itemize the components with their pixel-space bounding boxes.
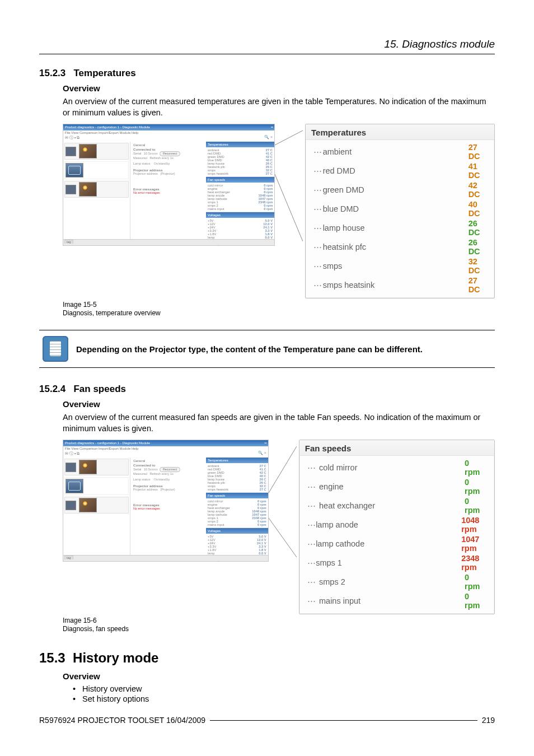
panel-row: ⋯mains input0 rpm <box>299 591 494 610</box>
panel-section-header: Fan speeds <box>206 177 274 183</box>
preview-thumb <box>65 479 83 493</box>
row-label: ambient <box>323 147 469 156</box>
row-label: smps <box>323 262 469 270</box>
window-title: Product diagnostics - configuration 1 - … <box>65 125 150 129</box>
fan-speeds-panel: Fan speeds ⋯cold mirror0 rpm⋯engine0 rpm… <box>299 440 495 614</box>
diagnostics-screenshot: Product diagnostics - configuration 1 - … <box>63 124 275 246</box>
note-text: Depending on the Projector type, the con… <box>76 344 423 354</box>
section-heading-153: 15.3 History mode <box>39 650 495 666</box>
preview-thumb <box>79 460 97 474</box>
panel-row: ⋯smps heatsink27 DC <box>306 276 494 295</box>
status-tag: tag <box>64 240 73 244</box>
overview-heading: Overview <box>63 399 495 409</box>
section-number: 15.2.3 <box>39 68 65 78</box>
toolbar: ✉ ⓘ • ⧉🔍 × <box>63 135 274 142</box>
panel-row: ⋯cold mirror0 rpm <box>299 458 494 477</box>
row-value: 41 DC <box>469 162 484 180</box>
row-value: 0 rpm <box>465 497 484 515</box>
tree-dash-icon: ⋯ <box>307 501 319 510</box>
tree-dash-icon: ⋯ <box>307 577 319 586</box>
page-footer: R5976924 PROJECTOR TOOLSET 16/04/2009 21… <box>39 716 495 725</box>
window-titlebar: Product diagnostics - configuration 1 - … <box>63 124 274 130</box>
svg-line-3 <box>269 518 297 557</box>
panel-row: ⋯lamp cathode1047 rpm <box>299 534 494 553</box>
row-value: 26 DC <box>469 219 484 237</box>
row-label: red DMD <box>323 166 469 175</box>
row-label: lamp cathode <box>316 539 461 548</box>
footer-page-number: 219 <box>482 716 495 725</box>
figure-description: Diagnosis, temperature overview <box>63 309 161 317</box>
tree-dash-icon: ⋯ <box>313 262 323 270</box>
tree-dash-icon: ⋯ <box>307 539 316 548</box>
tree-dash-icon: ⋯ <box>313 204 323 213</box>
tree-dash-icon: ⋯ <box>313 166 323 175</box>
overview-paragraph: An overview of the current measured fan … <box>63 412 495 434</box>
row-value: 0 rpm <box>465 592 484 610</box>
overview-heading: Overview <box>63 83 495 93</box>
panel-title: Temperatures <box>306 124 494 140</box>
figure-caption: Image 15-6 Diagnosis, fan speeds <box>63 617 495 633</box>
mid-panel: General Connected to Serial 10.5xxxxx Re… <box>130 458 206 559</box>
reconnect-button[interactable]: Reconnect <box>160 151 180 156</box>
section-heading-1523: 15.2.3 Temperatures <box>39 68 495 79</box>
window-buttons-icon: ▫▫▫ <box>264 440 266 446</box>
list-item: History overview <box>73 684 495 693</box>
panel-row: ⋯blue DMD40 DC <box>306 199 494 218</box>
status-tag: tag <box>64 556 73 559</box>
window-titlebar: Product diagnostics - configuration 1 - … <box>63 440 268 446</box>
row-label: engine <box>319 482 465 491</box>
panel-row: ⋯smps 20 rpm <box>299 572 494 591</box>
row-value: 27 DC <box>469 143 484 161</box>
row-value: 42 DC <box>469 181 484 199</box>
preview-thumb <box>79 182 97 197</box>
mid-panel: General Connected to Serial 10.5xxxxx Re… <box>130 142 206 244</box>
panel-section-header: Temperatures <box>206 458 268 463</box>
tree-dash-icon: ⋯ <box>307 558 316 567</box>
row-value: 2348 rpm <box>461 554 484 572</box>
left-panel <box>63 458 130 559</box>
row-label: smps 1 <box>316 558 461 567</box>
preview-thumb <box>79 144 97 158</box>
figure-number: Image 15-5 <box>63 301 97 309</box>
svg-line-2 <box>269 446 297 493</box>
footer-rule <box>210 720 477 721</box>
figure-number: Image 15-6 <box>63 617 97 624</box>
tree-dash-icon: ⋯ <box>313 281 323 290</box>
mini-row: mains input0 rpm <box>208 207 273 211</box>
toolbar: ✉ ⓘ • ⧉🔍 × <box>63 451 268 458</box>
row-label: cold mirror <box>319 463 465 472</box>
panel-row: ⋯smps 12348 rpm <box>299 553 494 572</box>
panel-row: ⋯heatsink pfc26 DC <box>306 237 494 256</box>
error-message: No error messages <box>133 191 203 195</box>
overview-bullet-list: History overviewSet history options <box>63 684 495 703</box>
callout-connector <box>275 124 303 298</box>
row-value: 0 rpm <box>465 573 484 591</box>
error-message: No error messages <box>133 507 203 511</box>
row-label: heatsink pfc <box>323 242 469 251</box>
panel-section-header: Voltages <box>206 528 268 534</box>
tree-dash-icon: ⋯ <box>307 596 319 605</box>
note-box: Depending on the Projector type, the con… <box>39 330 495 368</box>
row-value: 0 rpm <box>465 459 484 477</box>
tree-dash-icon: ⋯ <box>313 147 323 156</box>
reconnect-button[interactable]: Reconnect <box>160 467 180 472</box>
thumb-icon <box>65 501 76 510</box>
figure-15-5: Product diagnostics - configuration 1 - … <box>63 124 495 298</box>
row-value: 0 rpm <box>465 478 484 496</box>
tree-dash-icon: ⋯ <box>307 520 316 529</box>
thumb-icon <box>65 185 76 194</box>
note-icon <box>43 336 68 362</box>
row-label: lamp anode <box>316 520 461 529</box>
search-right: 🔍 × <box>258 451 266 455</box>
mini-row: smps heatsink27 C <box>208 172 273 175</box>
figure-description: Diagnosis, fan speeds <box>63 625 129 633</box>
panel-section-header: Fan speeds <box>206 493 268 498</box>
search-right: 🔍 × <box>264 135 273 139</box>
panel-row: ⋯heat exchanger0 rpm <box>299 496 494 515</box>
menubar: File View Comparison Import/Export Modul… <box>63 130 274 135</box>
tree-dash-icon: ⋯ <box>313 223 323 232</box>
panel-row: ⋯green DMD42 DC <box>306 180 494 199</box>
section-number: 15.2.4 <box>39 384 65 394</box>
page-header: 15. Diagnostics module <box>39 38 495 54</box>
right-panel: Temperaturesambient27 Cred DMD41 Cgreen … <box>206 142 274 244</box>
